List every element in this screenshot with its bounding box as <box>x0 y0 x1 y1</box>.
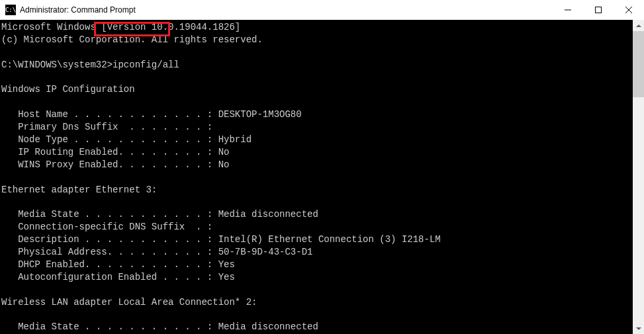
prompt-line: C:\WINDOWS\system32>ipconfig/all <box>1 60 179 70</box>
config-line: Physical Address. . . . . . . . . : 50-7… <box>1 247 312 257</box>
config-line: Primary Dns Suffix . . . . . . . : <box>1 122 212 132</box>
maximize-button[interactable] <box>583 0 614 20</box>
terminal-container: Microsoft Windows [Version 10.0.19044.18… <box>0 20 644 334</box>
copyright-line: (c) Microsoft Corporation. All rights re… <box>1 34 263 45</box>
config-line: Autoconfiguration Enabled . . . . : Yes <box>1 272 235 282</box>
config-line: DHCP Enabled. . . . . . . . . . . : Yes <box>1 259 235 270</box>
svg-marker-5 <box>636 327 641 330</box>
section-header: Ethernet adapter Ethernet 3: <box>1 185 157 195</box>
minimize-button[interactable] <box>553 0 583 20</box>
config-line: Node Type . . . . . . . . . . . . : Hybr… <box>1 134 252 145</box>
close-button[interactable] <box>614 0 644 20</box>
window-controls <box>553 0 644 20</box>
svg-marker-4 <box>636 24 641 27</box>
config-line: Connection-specific DNS Suffix . : <box>1 222 212 232</box>
section-header: Wireless LAN adapter Local Area Connecti… <box>1 297 257 308</box>
scrollbar[interactable] <box>633 20 644 334</box>
scroll-thumb[interactable] <box>633 31 644 97</box>
cmd-icon-text: C:\ <box>5 7 16 13</box>
config-line: Description . . . . . . . . . . . : Inte… <box>1 234 441 245</box>
version-line: Microsoft Windows [Version 10.0.19044.18… <box>1 22 240 32</box>
scroll-down-button[interactable] <box>633 323 644 334</box>
window-title: Administrator: Command Prompt <box>20 5 136 15</box>
config-line: Media State . . . . . . . . . . . : Medi… <box>1 321 318 332</box>
svg-rect-1 <box>596 7 602 13</box>
cmd-icon: C:\ <box>5 5 16 15</box>
config-line: Media State . . . . . . . . . . . : Medi… <box>1 209 318 220</box>
titlebar: C:\ Administrator: Command Prompt <box>0 0 644 20</box>
scroll-up-button[interactable] <box>633 20 644 31</box>
config-line: IP Routing Enabled. . . . . . . . : No <box>1 147 229 157</box>
config-line: Host Name . . . . . . . . . . . . : DESK… <box>1 109 302 120</box>
config-line: WINS Proxy Enabled. . . . . . . . : No <box>1 159 229 170</box>
terminal-output[interactable]: Microsoft Windows [Version 10.0.19044.18… <box>0 20 633 334</box>
section-header: Windows IP Configuration <box>1 84 135 95</box>
